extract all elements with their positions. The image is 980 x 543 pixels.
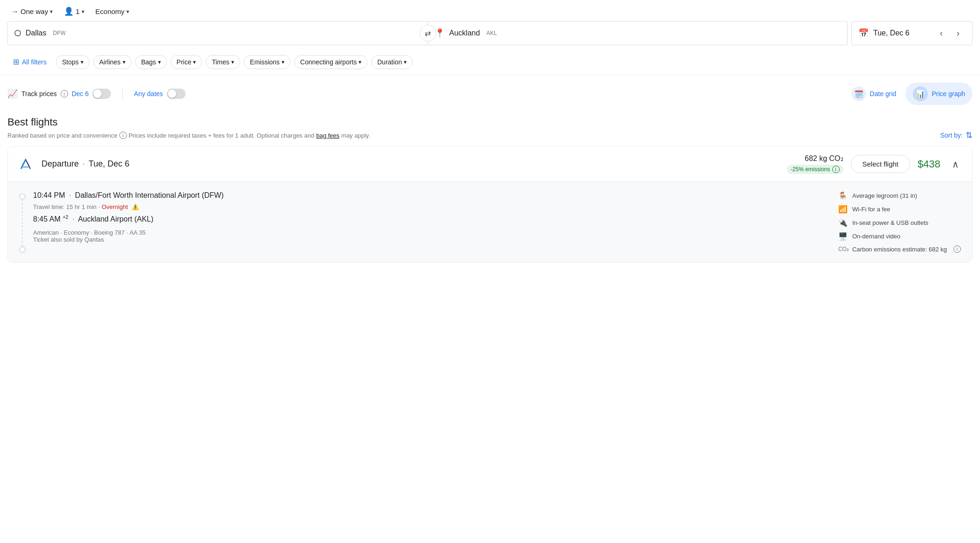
flight-card: Departure · Tue, Dec 6 682 kg CO₂ -25% e… <box>7 146 973 263</box>
depart-time: 10:44 PM · Dallas/Fort Worth Internation… <box>33 191 823 200</box>
track-prices-row: 📈 Track prices i Dec 6 Any dates 🗓️ Date… <box>0 75 980 112</box>
track-prices-section: 📈 Track prices i Dec 6 <box>7 89 111 99</box>
date-grid-button[interactable]: 🗓️ Date grid <box>844 83 904 105</box>
emissions-label: Emissions <box>250 58 280 66</box>
any-dates-toggle[interactable] <box>167 89 186 99</box>
trip-type-selector[interactable]: → One way ▾ <box>7 6 56 18</box>
class-chevron: ▾ <box>126 8 129 15</box>
flight-detail: 10:44 PM · Dallas/Fort Worth Internation… <box>8 181 972 262</box>
dest-city: Auckland <box>449 29 480 37</box>
departure-info: Departure · Tue, Dec 6 <box>41 159 129 169</box>
emissions-chevron: ▾ <box>282 59 284 65</box>
calendar-icon: 📅 <box>858 28 869 38</box>
flight-timeline <box>19 191 26 253</box>
bags-label: Bags <box>141 58 156 66</box>
amenity-wifi: 📶 Wi-Fi for a fee <box>838 205 961 214</box>
amenity-co2-text: Carbon emissions estimate: 682 kg <box>852 246 947 253</box>
amenity-legroom: 🪑 Average legroom (31 in) <box>838 191 961 200</box>
best-flights-info-icon[interactable]: i <box>119 132 127 139</box>
timeline-line <box>22 200 23 246</box>
stops-chevron: ▾ <box>81 59 83 65</box>
amenity-legroom-text: Average legroom (31 in) <box>852 192 917 199</box>
filter-chip-bags[interactable]: Bags ▾ <box>135 55 167 69</box>
bag-fees-link[interactable]: bag fees <box>316 132 339 139</box>
times-chevron: ▾ <box>231 59 234 65</box>
search-row: Dallas DFW ⇄ 📍 Auckland AKL 📅 Tue, Dec 6… <box>0 21 980 51</box>
track-prices-info-icon[interactable]: i <box>61 90 68 97</box>
destination-input[interactable]: 📍 Auckland AKL <box>428 21 848 45</box>
amenity-video: 🖥️ On-demand video <box>838 232 961 241</box>
one-way-icon: → <box>11 7 19 16</box>
airline-info-text: American · Economy · Boeing 787 · AA 35 <box>33 229 823 236</box>
filter-chip-price[interactable]: Price ▾ <box>171 55 202 69</box>
filter-row: ⊞ All filters Stops ▾ Airlines ▾ Bags ▾ … <box>0 51 980 75</box>
flight-times: 10:44 PM · Dallas/Fort Worth Internation… <box>33 191 823 253</box>
divider <box>122 88 123 99</box>
overnight-badge: Overnight <box>102 203 128 210</box>
expand-button[interactable]: ∧ <box>948 157 963 172</box>
connecting-label: Connecting airports <box>300 58 357 66</box>
arrive-dot <box>19 246 26 253</box>
best-flights-subtitle: Ranked based on price and convenience i … <box>7 132 370 139</box>
track-prices-icon: 📈 <box>7 89 18 99</box>
any-dates-section: Any dates <box>134 89 185 99</box>
track-prices-toggle[interactable] <box>92 89 111 99</box>
depart-time-value: 10:44 PM <box>33 191 65 199</box>
connecting-chevron: ▾ <box>359 59 361 65</box>
flight-left: 10:44 PM · Dallas/Fort Worth Internation… <box>19 191 823 253</box>
travel-time-text: Travel time: 15 hr 1 min · <box>33 203 102 210</box>
filter-chip-airlines[interactable]: Airlines ▾ <box>93 55 131 69</box>
origin-input[interactable]: Dallas DFW <box>7 21 428 45</box>
flight-card-header: Departure · Tue, Dec 6 682 kg CO₂ -25% e… <box>8 146 972 181</box>
flight-price: $438 <box>918 158 940 170</box>
filter-chip-duration[interactable]: Duration ▾ <box>371 55 413 69</box>
swap-button[interactable]: ⇄ <box>420 25 436 42</box>
passenger-chevron: ▾ <box>82 8 84 15</box>
depart-time-dot: · <box>69 191 71 199</box>
trip-type-label: One way <box>21 7 48 15</box>
all-filters-button[interactable]: ⊞ All filters <box>7 55 52 69</box>
track-prices-label: Track prices <box>21 90 57 97</box>
amenity-co2: CO₂ Carbon emissions estimate: 682 kg i <box>838 245 961 253</box>
airlines-label: Airlines <box>99 58 121 66</box>
sort-by-button[interactable]: Sort by: ⇅ <box>940 130 973 140</box>
ticket-note: Ticket also sold by Qantas <box>33 236 823 243</box>
co2-info-icon[interactable]: i <box>832 166 840 173</box>
next-date-button[interactable]: › <box>951 26 966 41</box>
filter-chip-stops[interactable]: Stops ▾ <box>56 55 90 69</box>
origin-circle-icon <box>14 30 21 36</box>
filter-chip-emissions[interactable]: Emissions ▾ <box>244 55 290 69</box>
passenger-selector[interactable]: 👤 1 ▾ <box>60 5 88 18</box>
co2-amenity-info-icon[interactable]: i <box>953 245 961 253</box>
all-filters-label: All filters <box>22 58 47 66</box>
filter-chip-times[interactable]: Times ▾ <box>206 55 240 69</box>
depart-airport: Dallas/Fort Worth International Airport … <box>75 191 224 199</box>
best-flights-meta: Ranked based on price and convenience i … <box>7 130 973 140</box>
origin-city: Dallas <box>26 29 46 37</box>
date-navigation: ‹ › <box>934 26 966 41</box>
filter-chip-connecting[interactable]: Connecting airports ▾ <box>294 55 367 69</box>
price-graph-button[interactable]: 📊 Price graph <box>905 83 973 105</box>
subtitle-text: Ranked based on price and convenience <box>7 132 117 139</box>
top-bar: → One way ▾ 👤 1 ▾ Economy ▾ <box>0 0 980 21</box>
dest-code: AKL <box>486 30 497 36</box>
airline-logo <box>17 156 34 173</box>
selected-date: Tue, Dec 6 <box>873 29 910 37</box>
class-selector[interactable]: Economy ▾ <box>92 6 133 17</box>
class-label: Economy <box>96 7 125 15</box>
select-flight-button[interactable]: Select flight <box>851 155 911 173</box>
airlines-chevron: ▾ <box>123 59 125 65</box>
arrive-superscript: +2 <box>62 214 69 220</box>
date-grid-label: Date grid <box>870 90 897 97</box>
co2-badge: -25% emissions i <box>787 165 843 174</box>
times-label: Times <box>212 58 229 66</box>
sort-icon: ⇅ <box>966 130 973 140</box>
date-selector[interactable]: 📅 Tue, Dec 6 ‹ › <box>851 21 973 45</box>
select-flight-label: Select flight <box>863 160 899 168</box>
departure-date: Tue, Dec 6 <box>89 159 129 169</box>
best-flights-title: Best flights <box>7 116 973 128</box>
pricing-note: Prices include required taxes + fees for… <box>129 132 315 139</box>
price-graph-icon: 📊 <box>913 86 928 101</box>
amenity-video-text: On-demand video <box>852 233 900 240</box>
prev-date-button[interactable]: ‹ <box>934 26 949 41</box>
